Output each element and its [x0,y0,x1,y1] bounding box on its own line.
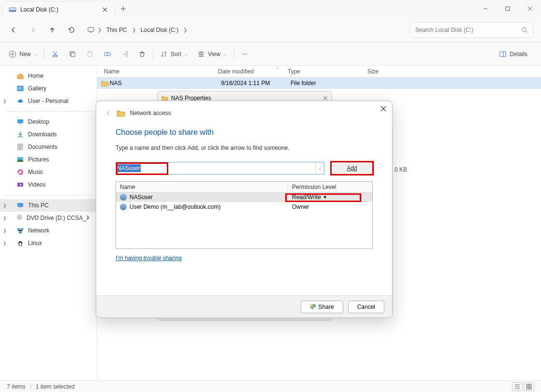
search-icon[interactable] [521,27,528,33]
cancel-button[interactable]: Cancel [348,301,384,313]
svg-rect-2 [506,7,510,11]
chevron-down-icon[interactable]: ⌄ [315,162,324,174]
details-view-icon[interactable] [512,382,523,391]
forward-button[interactable] [24,21,42,39]
sidebar-item-documents[interactable]: Documents [0,141,97,153]
tab-title: Local Disk (C:) [20,6,98,13]
col-size[interactable]: Size [346,68,384,75]
status-selected: 1 item selected [36,383,75,390]
svg-rect-30 [17,228,20,230]
svg-rect-11 [89,51,91,52]
svg-rect-32 [19,232,22,233]
refresh-button[interactable] [63,21,80,39]
sidebar-item-gallery[interactable]: Gallery [0,82,97,95]
col-permission[interactable]: Permission Level [288,184,372,190]
file-date: 9/16/2024 1:11 PM [221,80,291,87]
sidebar-item-music[interactable]: Music [0,166,97,178]
close-icon[interactable] [102,6,108,13]
copy-button[interactable] [64,46,81,62]
desktop-icon [16,118,24,126]
name-combobox[interactable]: NASuser ⌄ [116,162,324,174]
column-headers[interactable]: ⌃ Name Date modified Type Size [97,66,541,77]
sidebar-item-downloads[interactable]: Downloads [0,128,97,141]
back-button[interactable] [5,21,22,39]
view-mode-toggle [512,382,534,391]
new-label: New [19,51,31,58]
folder-icon [99,79,107,87]
dialog-title: Choose people to share with [116,128,373,137]
share-list-header[interactable]: Name Permission Level [116,182,372,192]
paste-button[interactable] [81,46,99,62]
sidebar-item-user-personal[interactable]: ❯User - Personal [0,95,97,107]
col-name[interactable]: Name [97,68,218,75]
details-pane-button[interactable]: Details [499,50,537,58]
share-button[interactable] [116,46,133,62]
svg-rect-17 [500,52,506,57]
document-icon [16,143,24,151]
share-row-userdemo[interactable]: User Demo (m__lab@outlook.com) Owner [116,202,372,212]
monitor-icon [87,26,95,34]
sidebar-item-dvd[interactable]: ❯DVD Drive (D:) CCSA_X64FR [0,212,97,224]
sidebar-item-pictures[interactable]: Pictures [0,153,97,166]
view-button[interactable]: View ⌄ [192,46,232,62]
new-tab-button[interactable] [115,0,132,17]
svg-point-34 [19,243,22,246]
shield-icon [310,304,316,310]
close-window-button[interactable] [519,0,541,17]
svg-point-14 [242,54,243,55]
close-icon[interactable] [380,106,386,112]
more-button[interactable] [236,46,253,62]
home-icon [16,72,24,80]
tab-local-disk[interactable]: Local Disk (C:) [2,1,115,17]
search-box[interactable] [410,22,533,38]
video-icon [16,181,24,189]
sidebar: Home Gallery ❯User - Personal Desktop Do… [0,66,97,380]
back-icon[interactable] [105,110,112,116]
user-icon [120,194,127,201]
col-type[interactable]: Type [288,68,346,75]
music-icon [16,168,24,176]
chevron-right-icon: ❯ [98,27,102,32]
chevron-right-icon: ❯ [3,99,7,103]
search-input[interactable] [415,27,521,33]
new-button[interactable]: New ⌄ [4,46,42,62]
trouble-sharing-link[interactable]: I'm having trouble sharing [116,255,182,261]
thumb-view-icon[interactable] [524,382,534,391]
navbar: ❯ This PC ❯ Local Disk (C:) ❯ [0,17,541,43]
sidebar-item-this-pc[interactable]: ❯This PC [0,199,97,212]
view-label: View [208,51,220,58]
crumb-local-disk[interactable]: Local Disk (C:) [139,25,181,35]
svg-rect-38 [529,387,531,389]
chevron-down-icon: ⌄ [223,52,227,56]
share-button[interactable]: Share [301,301,343,313]
share-list: Name Permission Level NASuser Read/Write… [116,181,373,249]
sidebar-item-linux[interactable]: ❯Linux [0,237,97,249]
sidebar-item-home[interactable]: Home [0,70,97,82]
disc-icon [16,214,23,222]
share-row-nasuser[interactable]: NASuser Read/Write ▼ [116,192,372,202]
breadcrumb[interactable]: ❯ This PC ❯ Local Disk (C:) ❯ [87,25,408,35]
svg-point-4 [522,28,526,31]
name-input[interactable] [141,163,315,174]
svg-rect-1 [9,10,16,12]
minimize-button[interactable] [474,0,497,17]
file-row-nas[interactable]: NAS 9/16/2024 1:11 PM File folder [97,77,541,89]
delete-button[interactable] [133,46,151,62]
chevron-down-icon: ▼ [323,195,327,200]
close-icon[interactable] [323,96,328,101]
rename-button[interactable] [99,46,116,62]
cut-button[interactable] [46,46,64,62]
svg-rect-13 [126,52,128,57]
sidebar-item-network[interactable]: ❯Network [0,224,97,237]
sidebar-item-desktop[interactable]: Desktop [0,116,97,128]
network-access-dialog: Network access Choose people to share wi… [96,101,393,318]
col-name[interactable]: Name [116,184,288,190]
up-button[interactable] [44,21,61,39]
crumb-this-pc[interactable]: This PC [104,25,129,35]
download-icon [16,131,24,138]
add-button[interactable]: Add [331,162,373,174]
sidebar-item-videos[interactable]: Videos [0,178,97,191]
permission-dropdown[interactable]: Read/Write ▼ [288,194,372,201]
maximize-button[interactable] [497,0,519,17]
sort-button[interactable]: Sort ⌄ [155,46,192,62]
